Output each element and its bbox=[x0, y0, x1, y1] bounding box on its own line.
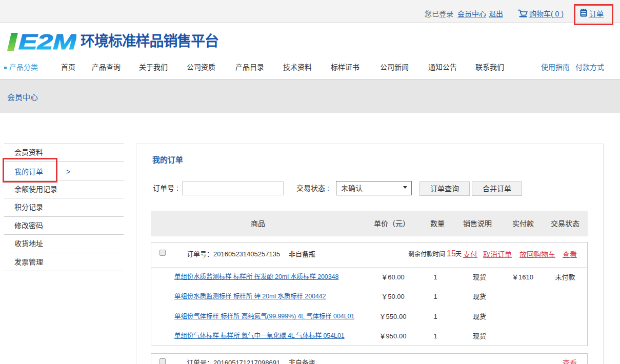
svg-text:E2M: E2M bbox=[18, 32, 76, 51]
